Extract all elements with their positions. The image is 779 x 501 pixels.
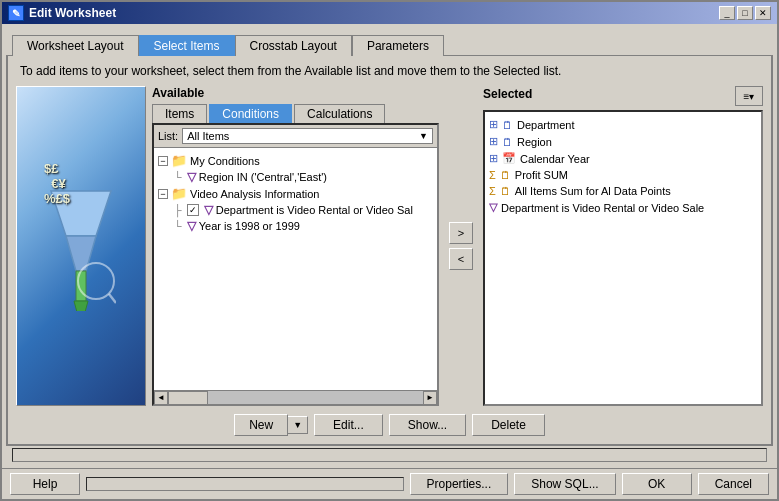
panels-row: $£ €¥%£$ [16, 86, 763, 406]
list-dropdown[interactable]: All Items ▼ [182, 128, 433, 144]
new-button[interactable]: New [234, 414, 288, 436]
tree-item-label: Department is Video Rental or Video Sal [216, 204, 413, 216]
list-item[interactable]: └ ▽ Region IN ('Central','East') [174, 169, 433, 185]
tab-items[interactable]: Items [152, 104, 207, 123]
list-item[interactable]: ⊞ 🗒 Department [489, 116, 757, 133]
selected-item-label: Department [517, 119, 574, 131]
tree-item-label: Region IN ('Central','East') [199, 171, 327, 183]
available-label: Available [152, 86, 439, 100]
dept-icon2: 🗒 [502, 136, 513, 148]
show-sql-button[interactable]: Show SQL... [514, 473, 615, 495]
tab-conditions[interactable]: Conditions [209, 104, 292, 123]
tree-line-icon: └ [174, 220, 182, 232]
content-area: To add items to your worksheet, select t… [6, 55, 773, 446]
tab-calculations[interactable]: Calculations [294, 104, 385, 123]
scroll-thumb[interactable] [168, 391, 208, 405]
top-tab-bar: Worksheet Layout Select Items Crosstab L… [6, 28, 773, 55]
edit-button[interactable]: Edit... [314, 414, 383, 436]
svg-line-5 [109, 294, 116, 303]
scroll-left-button[interactable]: ◄ [154, 391, 168, 405]
calendar-icon: 📅 [502, 152, 516, 165]
list-item[interactable]: ▽ Department is Video Rental or Video Sa… [489, 199, 757, 216]
window-icon: ✎ [8, 5, 24, 21]
tab-worksheet-layout[interactable]: Worksheet Layout [12, 35, 139, 56]
delete-button[interactable]: Delete [472, 414, 545, 436]
close-button[interactable]: ✕ [755, 6, 771, 20]
bottom-bar: Help Properties... Show SQL... OK Cancel [2, 468, 777, 499]
window-title: Edit Worksheet [29, 6, 116, 20]
available-panel: Available Items Conditions Calculations … [152, 86, 439, 406]
tab-parameters[interactable]: Parameters [352, 35, 444, 56]
list-item[interactable]: ├ ✓ ▽ Department is Video Rental or Vide… [174, 202, 433, 218]
available-tree[interactable]: − 📁 My Conditions └ ▽ Region IN ('Centra… [154, 148, 437, 390]
remove-from-selected-button[interactable]: < [449, 248, 473, 270]
selected-panel: Selected ≡▾ ⊞ 🗒 Department ⊞ � [483, 86, 763, 406]
edit-worksheet-window: ✎ Edit Worksheet _ □ ✕ Worksheet Layout … [0, 0, 779, 501]
available-scrollbar[interactable]: ◄ ► [154, 390, 437, 404]
action-buttons-row: New ▼ Edit... Show... Delete [16, 414, 763, 436]
new-button-container: New ▼ [234, 414, 308, 436]
list-item[interactable]: ⊞ 📅 Calendar Year [489, 150, 757, 167]
selected-list[interactable]: ⊞ 🗒 Department ⊞ 🗒 Region ⊞ [483, 110, 763, 406]
available-list-container: List: All Items ▼ − 📁 [152, 123, 439, 406]
svg-marker-3 [74, 301, 88, 311]
list-item[interactable]: Σ 🗒 Profit SUM [489, 167, 757, 183]
title-bar-controls: _ □ ✕ [719, 6, 771, 20]
selected-item-label: Profit SUM [515, 169, 568, 181]
tree-line-icon: ├ [174, 204, 182, 216]
minimize-button[interactable]: _ [719, 6, 735, 20]
folder-icon: 📁 [171, 153, 187, 168]
dept-icon: ⊞ [489, 152, 498, 165]
list-dropdown-arrow-icon: ▼ [419, 131, 428, 141]
expand-icon[interactable]: − [158, 156, 168, 166]
scroll-track [168, 391, 423, 405]
dept-icon2: 🗒 [502, 119, 513, 131]
condition-icon: ▽ [204, 203, 213, 217]
tree-item-label: Video Analysis Information [190, 188, 319, 200]
list-item[interactable]: Σ 🗒 All Items Sum for Al Data Points [489, 183, 757, 199]
list-item[interactable]: − 📁 Video Analysis Information [158, 185, 433, 202]
bottom-progress-bar [86, 477, 404, 491]
sum-icon: Σ [489, 185, 496, 197]
transfer-buttons: > < [445, 86, 477, 406]
tab-crosstab-layout[interactable]: Crosstab Layout [235, 35, 352, 56]
instruction-text: To add items to your worksheet, select t… [16, 64, 763, 78]
expand-icon[interactable]: − [158, 189, 168, 199]
sum-icon2: 🗒 [500, 185, 511, 197]
bottom-buttons: Properties... Show SQL... OK Cancel [410, 473, 769, 495]
maximize-button[interactable]: □ [737, 6, 753, 20]
condition-icon: ▽ [187, 170, 196, 184]
svg-rect-2 [76, 271, 86, 301]
new-button-arrow[interactable]: ▼ [288, 416, 308, 434]
properties-button[interactable]: Properties... [410, 473, 509, 495]
tree-item-label: Year is 1998 or 1999 [199, 220, 300, 232]
tab-select-items[interactable]: Select Items [139, 35, 235, 56]
list-item[interactable]: − 📁 My Conditions [158, 152, 433, 169]
show-button[interactable]: Show... [389, 414, 466, 436]
checkbox-icon[interactable]: ✓ [187, 204, 199, 216]
scroll-right-button[interactable]: ► [423, 391, 437, 405]
ok-button[interactable]: OK [622, 473, 692, 495]
cancel-button[interactable]: Cancel [698, 473, 769, 495]
decorative-panel: $£ €¥%£$ [16, 86, 146, 406]
list-item[interactable]: └ ▽ Year is 1998 or 1999 [174, 218, 433, 234]
selected-item-label: Department is Video Rental or Video Sale [501, 202, 704, 214]
tree-line-icon: └ [174, 171, 182, 183]
help-button[interactable]: Help [10, 473, 80, 495]
list-item[interactable]: ⊞ 🗒 Region [489, 133, 757, 150]
title-bar-text: ✎ Edit Worksheet [8, 5, 116, 21]
selected-item-label: Region [517, 136, 552, 148]
list-view-button[interactable]: ≡▾ [735, 86, 763, 106]
add-to-selected-button[interactable]: > [449, 222, 473, 244]
selected-item-label: All Items Sum for Al Data Points [515, 185, 671, 197]
inner-tab-bar: Items Conditions Calculations [152, 104, 439, 123]
float-chars: $£ €¥%£$ [44, 161, 70, 206]
tree-item-label: My Conditions [190, 155, 260, 167]
svg-marker-1 [66, 236, 96, 271]
main-content: Worksheet Layout Select Items Crosstab L… [2, 24, 777, 468]
sum-icon: Σ [489, 169, 496, 181]
dept-icon: ⊞ [489, 135, 498, 148]
funnel-decoration: $£ €¥%£$ [36, 146, 126, 346]
selected-label: Selected [483, 87, 532, 101]
list-label: List: [158, 130, 178, 142]
